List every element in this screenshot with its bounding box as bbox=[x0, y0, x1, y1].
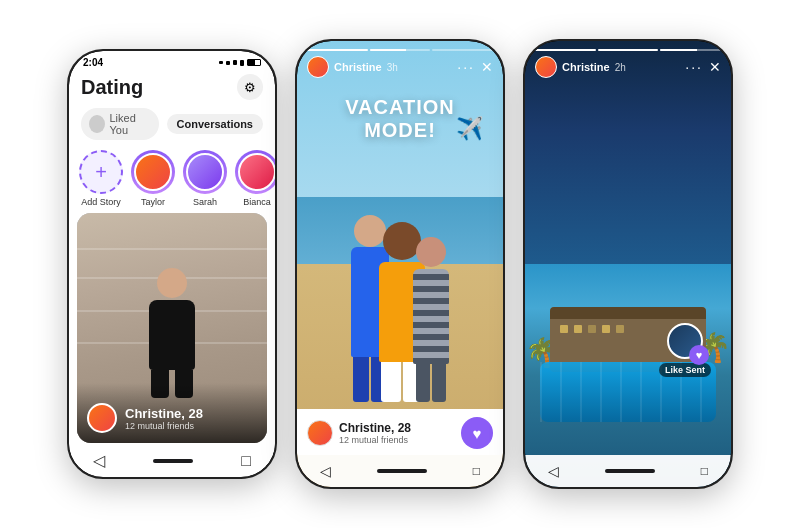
friend3-leg-left bbox=[416, 364, 430, 402]
story-taylor-circle[interactable] bbox=[131, 150, 175, 194]
story-header-2: Christine 3h ··· ✕ bbox=[297, 41, 503, 82]
window-5 bbox=[616, 325, 624, 333]
progress-bar-filled2-3 bbox=[598, 49, 659, 51]
story-sarah-circle[interactable] bbox=[183, 150, 227, 194]
add-story-label: Add Story bbox=[81, 197, 121, 207]
home-indicator-2[interactable] bbox=[377, 469, 427, 473]
story2-avatar-small bbox=[307, 420, 333, 446]
signal-bar-3 bbox=[233, 60, 237, 65]
signal-icons bbox=[219, 59, 261, 66]
signal-bar-1 bbox=[219, 61, 223, 64]
story-taylor[interactable]: Taylor bbox=[131, 150, 175, 207]
main-profile-card[interactable]: Christine, 28 12 mutual friends bbox=[77, 213, 267, 443]
story2-profile-name: Christine, 28 bbox=[339, 421, 455, 435]
home-indicator-1[interactable] bbox=[153, 459, 193, 463]
story-actions-2: ··· ✕ bbox=[457, 59, 493, 75]
story-time-2: 3h bbox=[387, 62, 398, 73]
friend3-body bbox=[413, 269, 449, 364]
like-sent-avatar: ♥ bbox=[667, 323, 703, 359]
stories-row: + Add Story Taylor Sarah bbox=[69, 144, 275, 213]
plus-icon: + bbox=[95, 161, 107, 184]
story-sarah[interactable]: Sarah bbox=[183, 150, 227, 207]
app-header: Dating ⚙ bbox=[69, 70, 275, 104]
progress-bar-filled-3 bbox=[535, 49, 596, 51]
friend3-legs bbox=[416, 364, 446, 402]
window-1 bbox=[560, 325, 568, 333]
phone-2: VACATION MODE! ✈️ Christine 3h bbox=[295, 39, 505, 489]
progress-bar-active-3 bbox=[660, 49, 721, 51]
tab-liked-label: Liked You bbox=[110, 112, 151, 136]
back-button-1[interactable]: ◁ bbox=[93, 451, 105, 470]
sarah-label: Sarah bbox=[193, 197, 217, 207]
vacation-mode-label: VACATION MODE! bbox=[345, 96, 454, 141]
story-top-row-3: Christine 2h ··· ✕ bbox=[535, 56, 721, 78]
bianca-avatar bbox=[238, 153, 275, 191]
like-sent-badge: ♥ Like Sent bbox=[659, 323, 711, 377]
profile-info: Christine, 28 12 mutual friends bbox=[125, 406, 203, 431]
christine-avatar-small bbox=[87, 403, 117, 433]
close-button-2[interactable]: ✕ bbox=[481, 59, 493, 75]
profile-mutual: 12 mutual friends bbox=[125, 421, 203, 431]
recents-button-1[interactable]: □ bbox=[241, 452, 251, 470]
progress-bar-active-2 bbox=[370, 49, 431, 51]
taylor-avatar bbox=[134, 153, 172, 191]
story-actions-3: ··· ✕ bbox=[685, 59, 721, 75]
like-sent-label: Like Sent bbox=[659, 363, 711, 377]
story-avatar-2 bbox=[307, 56, 329, 78]
tab-liked-you[interactable]: Liked You bbox=[81, 108, 159, 140]
back-button-2[interactable]: ◁ bbox=[320, 463, 331, 479]
close-button-3[interactable]: ✕ bbox=[709, 59, 721, 75]
phones-container: 2:04 Dating ⚙ Lik bbox=[47, 19, 753, 509]
progress-bars-3 bbox=[535, 49, 721, 51]
phone-1: 2:04 Dating ⚙ Lik bbox=[67, 49, 277, 479]
signal-bar-4 bbox=[240, 60, 244, 66]
story-top-row-2: Christine 3h ··· ✕ bbox=[307, 56, 493, 78]
phone2-screen: VACATION MODE! ✈️ Christine 3h bbox=[297, 41, 503, 487]
friend3-leg-right bbox=[432, 364, 446, 402]
tab-conversations-label: Conversations bbox=[177, 118, 253, 130]
home-indicator-3[interactable] bbox=[605, 469, 655, 473]
story-add[interactable]: + Add Story bbox=[79, 150, 123, 207]
time-display: 2:04 bbox=[83, 57, 103, 68]
tabs-row: Liked You Conversations bbox=[69, 104, 275, 144]
recents-button-3[interactable]: □ bbox=[701, 464, 708, 478]
bianca-label: Bianca bbox=[243, 197, 271, 207]
story-user-info-2: Christine 3h bbox=[307, 56, 398, 78]
profile-person bbox=[149, 268, 195, 398]
story-header-3: Christine 2h ··· ✕ bbox=[525, 41, 731, 82]
person-head bbox=[157, 268, 187, 298]
phone-3: 🌴 🌴 🌴 🌴 bbox=[523, 39, 733, 489]
signal-bar-2 bbox=[226, 61, 230, 65]
friends-group bbox=[297, 202, 503, 402]
story2-bottom-overlay: Christine, 28 12 mutual friends ♥ bbox=[297, 409, 503, 455]
story-username-3: Christine bbox=[562, 61, 610, 73]
bottom-nav-1: ◁ □ bbox=[69, 443, 275, 474]
friend1-leg-left bbox=[353, 357, 369, 402]
story-bianca-circle[interactable] bbox=[235, 150, 275, 194]
liked-you-avatar bbox=[89, 115, 105, 133]
story-bianca[interactable]: Bianca bbox=[235, 150, 275, 207]
like-heart-button-2[interactable]: ♥ bbox=[461, 417, 493, 449]
recents-button-2[interactable]: □ bbox=[473, 464, 480, 478]
more-options-2[interactable]: ··· bbox=[457, 59, 475, 75]
more-options-3[interactable]: ··· bbox=[685, 59, 703, 75]
resort-bg: 🌴 🌴 🌴 🌴 bbox=[525, 41, 731, 487]
story2-mutual: 12 mutual friends bbox=[339, 435, 455, 445]
like-sent-heart-icon: ♥ bbox=[689, 345, 709, 365]
friend2-leg-left bbox=[381, 362, 401, 402]
sarah-avatar bbox=[186, 153, 224, 191]
back-button-3[interactable]: ◁ bbox=[548, 463, 559, 479]
story-time-3: 2h bbox=[615, 62, 626, 73]
status-bar-1: 2:04 bbox=[69, 51, 275, 70]
tab-conversations[interactable]: Conversations bbox=[167, 114, 263, 134]
profile-name: Christine, 28 bbox=[125, 406, 203, 421]
window-3 bbox=[588, 325, 596, 333]
app-title: Dating bbox=[81, 76, 143, 99]
add-story-circle[interactable]: + bbox=[79, 150, 123, 194]
stair-line-1 bbox=[77, 248, 267, 250]
taylor-label: Taylor bbox=[141, 197, 165, 207]
story2-info: Christine, 28 12 mutual friends bbox=[339, 421, 455, 445]
window-4 bbox=[602, 325, 610, 333]
heart-icon-2: ♥ bbox=[473, 425, 482, 442]
settings-button[interactable]: ⚙ bbox=[237, 74, 263, 100]
